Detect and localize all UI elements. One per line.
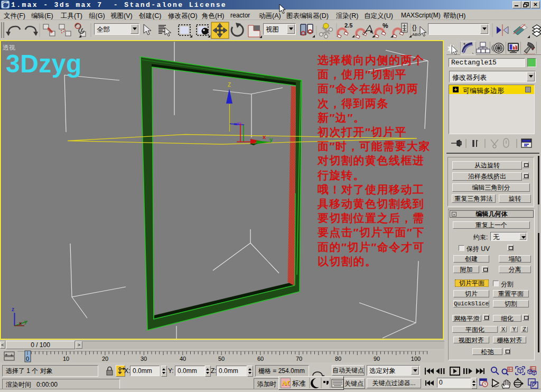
svg-text:100: 100	[411, 356, 421, 362]
svg-text:x: x	[19, 321, 22, 326]
svg-text:60: 60	[257, 356, 264, 362]
svg-text:90: 90	[374, 356, 380, 362]
svg-text:{}: {}	[412, 23, 417, 31]
svg-text:%: %	[383, 22, 388, 30]
svg-text:70: 70	[296, 356, 302, 362]
svg-text:10: 10	[63, 356, 69, 362]
svg-text:y: y	[24, 319, 27, 324]
svg-text:2.5: 2.5	[344, 22, 352, 29]
svg-text:z: z	[12, 306, 14, 312]
svg-text:Z: Z	[228, 82, 231, 88]
svg-text:30: 30	[141, 356, 147, 362]
svg-text:x: x	[263, 134, 266, 140]
svg-text:0: 0	[26, 356, 29, 362]
svg-text:ABC: ABC	[412, 32, 421, 37]
svg-text:40: 40	[180, 356, 186, 362]
svg-text:50: 50	[218, 356, 225, 362]
svg-text:y: y	[269, 136, 273, 143]
svg-text:80: 80	[335, 356, 341, 362]
svg-text:20: 20	[102, 356, 108, 362]
